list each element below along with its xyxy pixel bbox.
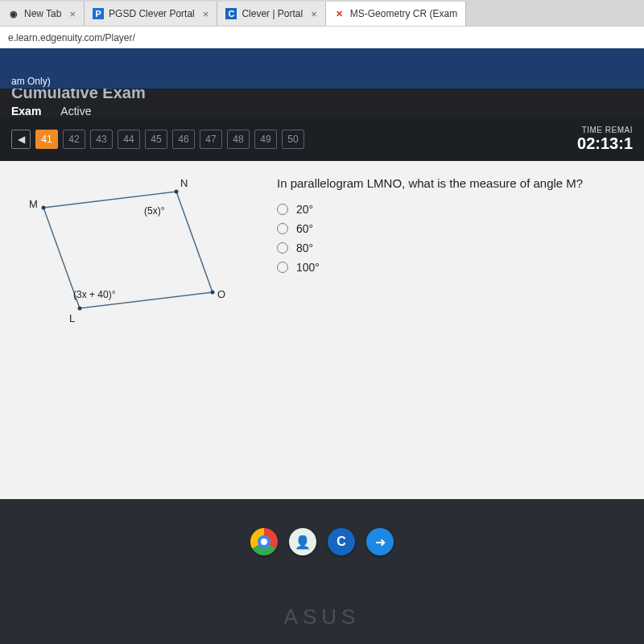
tab-icon: ✕	[334, 8, 345, 19]
tab-label: Clever | Portal	[242, 8, 303, 19]
address-bar[interactable]: e.learn.edgenuity.com/Player/	[0, 26, 644, 48]
exam-subheader: Cumulative Exam Exam Active	[0, 89, 644, 118]
question-number[interactable]: 47	[200, 130, 222, 149]
question-nav-bar: ◀ 41 42 43 44 45 46 47 48 49 50 TIME REM…	[0, 118, 644, 161]
svg-marker-0	[43, 192, 213, 308]
vertex-L: L	[69, 312, 75, 324]
angle-L-label: (3x + 40)°	[73, 289, 116, 300]
timer: TIME REMAI 02:13:1	[577, 126, 633, 153]
svg-point-1	[42, 206, 46, 210]
browser-chrome: ◉ New Tab × P PGSD Clever Portal × C Cle…	[0, 0, 644, 48]
radio-icon[interactable]	[277, 242, 288, 254]
question-number[interactable]: 44	[118, 130, 140, 149]
svg-point-3	[211, 291, 215, 295]
page-title-truncated: Cumulative Exam	[11, 89, 633, 98]
answer-option[interactable]: 20°	[277, 203, 633, 216]
tab-active[interactable]: Active	[60, 105, 91, 118]
question-text: In parallelogram LMNO, what is the measu…	[277, 175, 633, 192]
tab-label: MS-Geometry CR (Exam	[350, 8, 457, 19]
angle-N-label: (5x)°	[144, 205, 165, 217]
tab-label: New Tab	[24, 8, 61, 19]
option-label: 80°	[296, 242, 313, 254]
answer-option[interactable]: 80°	[277, 242, 633, 254]
tab-icon: P	[93, 8, 104, 19]
tab-new[interactable]: ◉ New Tab ×	[0, 2, 85, 26]
question-content: M N O L (5x)° (3x + 40)° In parallelogra…	[0, 161, 644, 499]
tab-label: PGSD Clever Portal	[109, 8, 195, 19]
question-number[interactable]: 50	[282, 130, 304, 149]
question-number-current[interactable]: 41	[35, 130, 58, 149]
timer-value: 02:13:1	[577, 134, 633, 153]
taskbar-dock: 👤 C ➜	[0, 528, 644, 555]
answer-option[interactable]: 60°	[277, 222, 633, 235]
exam-banner: am Only)	[11, 76, 633, 89]
vertex-N: N	[180, 177, 188, 189]
question-number[interactable]: 49	[254, 130, 277, 149]
parallelogram-diagram: M N O L (5x)° (3x + 40)°	[11, 175, 253, 336]
prev-question-button[interactable]: ◀	[11, 130, 31, 149]
close-icon[interactable]: ×	[69, 8, 76, 20]
question-number[interactable]: 46	[172, 130, 195, 149]
tab-icon: C	[225, 8, 237, 19]
classroom-icon[interactable]: 👤	[289, 528, 316, 555]
option-label: 60°	[296, 222, 313, 235]
tab-icon: ◉	[8, 8, 19, 19]
close-icon[interactable]: ×	[311, 8, 317, 20]
radio-icon[interactable]	[277, 262, 288, 273]
url-text: e.learn.edgenuity.com/Player/	[8, 32, 135, 43]
question-number[interactable]: 43	[90, 130, 113, 149]
close-icon[interactable]: ×	[203, 8, 209, 20]
chrome-icon[interactable]	[250, 528, 278, 555]
vertex-M: M	[29, 198, 38, 210]
question-number[interactable]: 48	[227, 130, 250, 149]
svg-point-2	[175, 190, 179, 194]
option-label: 100°	[296, 261, 320, 274]
question-number[interactable]: 45	[145, 130, 167, 149]
tab-exam[interactable]: Exam	[11, 105, 41, 118]
question-number[interactable]: 42	[63, 130, 85, 149]
radio-icon[interactable]	[277, 204, 288, 215]
tab-geometry[interactable]: ✕ MS-Geometry CR (Exam	[326, 2, 466, 26]
tab-strip: ◉ New Tab × P PGSD Clever Portal × C Cle…	[0, 0, 644, 26]
app-launcher-icon[interactable]: ➜	[366, 528, 394, 555]
svg-point-4	[78, 307, 82, 311]
tab-clever[interactable]: C Clever | Portal ×	[217, 2, 325, 26]
exam-tabs: Exam Active	[11, 98, 633, 118]
clever-icon[interactable]: C	[328, 528, 355, 555]
exam-header: am Only)	[0, 48, 644, 89]
answer-option[interactable]: 100°	[277, 261, 633, 274]
question-pane: In parallelogram LMNO, what is the measu…	[277, 175, 633, 485]
timer-label: TIME REMAI	[577, 126, 633, 134]
option-label: 20°	[296, 203, 313, 216]
vertex-O: O	[217, 288, 225, 300]
laptop-brand-logo: ASUS	[0, 605, 644, 630]
radio-icon[interactable]	[277, 223, 288, 234]
tab-pgsd[interactable]: P PGSD Clever Portal ×	[85, 2, 217, 26]
